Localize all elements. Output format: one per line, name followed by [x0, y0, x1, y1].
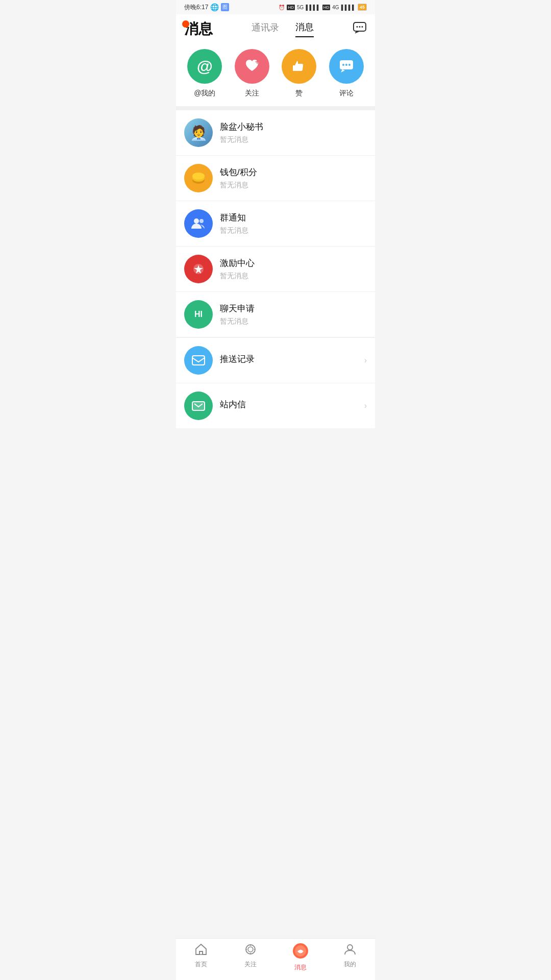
- home-icon: [194, 943, 208, 958]
- list-item[interactable]: 激励中心 暂无消息: [176, 247, 375, 292]
- message-content: 站内信: [220, 399, 364, 413]
- list-item[interactable]: 群通知 暂无消息: [176, 201, 375, 247]
- svg-point-29: [347, 945, 353, 950]
- list-item[interactable]: HI 聊天申请 暂无消息: [176, 292, 375, 337]
- avatar: [184, 255, 213, 283]
- message-title: 激励中心: [220, 257, 367, 269]
- notification-dot: [182, 20, 189, 28]
- quick-action-comment[interactable]: 评论: [329, 49, 364, 98]
- quick-action-like[interactable]: 赞: [282, 49, 316, 98]
- svg-text:+: +: [255, 58, 259, 66]
- avatar: [184, 164, 213, 192]
- nav-item-message[interactable]: 消息: [283, 943, 318, 972]
- avatar: HI: [184, 300, 213, 329]
- status-bar: 傍晚6:17 🌐 图 ⏰ HD 5G ▌▌▌▌ HD 4G ▌▌▌▌ 45: [176, 0, 375, 14]
- list-item[interactable]: 推送记录 ›: [176, 337, 375, 383]
- list-item[interactable]: 钱包/积分 暂无消息: [176, 156, 375, 201]
- quick-action-at[interactable]: @ @我的: [187, 49, 222, 98]
- avatar: 🧑‍💼: [184, 118, 213, 147]
- svg-rect-18: [192, 402, 205, 410]
- message-list: 🧑‍💼 脸盆小秘书 暂无消息 钱包/积分 暂无消息: [176, 110, 375, 428]
- message-title: 钱包/积分: [220, 166, 367, 178]
- message-title: 脸盆小秘书: [220, 121, 367, 133]
- svg-point-13: [194, 218, 199, 224]
- like-label: 赞: [295, 89, 303, 98]
- message-title: 推送记录: [220, 353, 364, 365]
- chevron-right-icon: ›: [364, 401, 367, 410]
- svg-point-12: [192, 173, 205, 180]
- follow-label: 关注: [245, 89, 259, 98]
- message-content: 钱包/积分 暂无消息: [220, 166, 367, 190]
- chat-icon-button[interactable]: [353, 20, 367, 38]
- status-icons: ⏰ HD 5G ▌▌▌▌ HD 4G ▌▌▌▌ 45: [279, 4, 367, 11]
- nav-label-mine: 我的: [344, 960, 356, 969]
- bottom-nav: 首页 关注 消息: [176, 938, 375, 980]
- nav-item-follow[interactable]: 关注: [233, 943, 268, 972]
- header-tabs: 通讯录 消息: [252, 21, 314, 37]
- svg-point-3: [362, 26, 363, 28]
- svg-point-8: [345, 64, 347, 66]
- tab-messages[interactable]: 消息: [295, 21, 314, 37]
- comment-label: 评论: [339, 89, 354, 98]
- comment-icon: [329, 49, 364, 84]
- message-content: 激励中心 暂无消息: [220, 257, 367, 281]
- follow-nav-icon: [244, 943, 257, 958]
- message-title: 聊天申请: [220, 303, 367, 314]
- svg-point-22: [248, 947, 253, 952]
- message-nav-icon: [292, 943, 309, 961]
- message-content: 聊天申请 暂无消息: [220, 303, 367, 326]
- nav-item-mine[interactable]: 我的: [332, 943, 368, 972]
- svg-point-7: [342, 64, 344, 66]
- header: 消息 通讯录 消息: [176, 14, 375, 39]
- message-content: 推送记录: [220, 353, 364, 368]
- message-subtitle: 暂无消息: [220, 181, 367, 190]
- at-icon: @: [187, 49, 222, 84]
- message-title: 群通知: [220, 212, 367, 224]
- page-title: 消息: [184, 19, 213, 39]
- nav-label-home: 首页: [195, 960, 207, 969]
- section-divider: [176, 106, 375, 110]
- svg-point-9: [348, 64, 350, 66]
- list-item[interactable]: 🧑‍💼 脸盆小秘书 暂无消息: [176, 110, 375, 156]
- message-content: 群通知 暂无消息: [220, 212, 367, 235]
- mine-icon: [343, 943, 357, 958]
- quick-action-follow[interactable]: + 关注: [235, 49, 269, 98]
- svg-rect-5: [293, 65, 295, 71]
- message-title: 站内信: [220, 399, 364, 410]
- nav-label-message: 消息: [294, 963, 307, 972]
- status-time: 傍晚6:17 🌐 图: [184, 3, 229, 12]
- message-subtitle: 暂无消息: [220, 317, 367, 326]
- avatar: [184, 346, 213, 375]
- chevron-right-icon: ›: [364, 356, 367, 365]
- svg-point-2: [359, 26, 361, 28]
- svg-point-21: [246, 945, 255, 954]
- message-subtitle: 暂无消息: [220, 272, 367, 281]
- message-content: 脸盆小秘书 暂无消息: [220, 121, 367, 144]
- avatar: [184, 209, 213, 238]
- message-subtitle: 暂无消息: [220, 226, 367, 235]
- svg-point-1: [357, 26, 358, 28]
- at-label: @我的: [194, 89, 215, 98]
- follow-icon: +: [235, 49, 269, 84]
- like-icon: [282, 49, 316, 84]
- list-item[interactable]: 站内信 ›: [176, 383, 375, 428]
- svg-rect-17: [192, 356, 205, 365]
- svg-rect-30: [346, 951, 354, 952]
- message-subtitle: 暂无消息: [220, 135, 367, 144]
- quick-actions: @ @我的 + 关注 赞: [176, 39, 375, 106]
- avatar: [184, 391, 213, 420]
- nav-item-home[interactable]: 首页: [183, 943, 219, 972]
- tab-contacts[interactable]: 通讯录: [252, 21, 279, 37]
- svg-point-14: [199, 219, 204, 223]
- nav-label-follow: 关注: [244, 960, 257, 969]
